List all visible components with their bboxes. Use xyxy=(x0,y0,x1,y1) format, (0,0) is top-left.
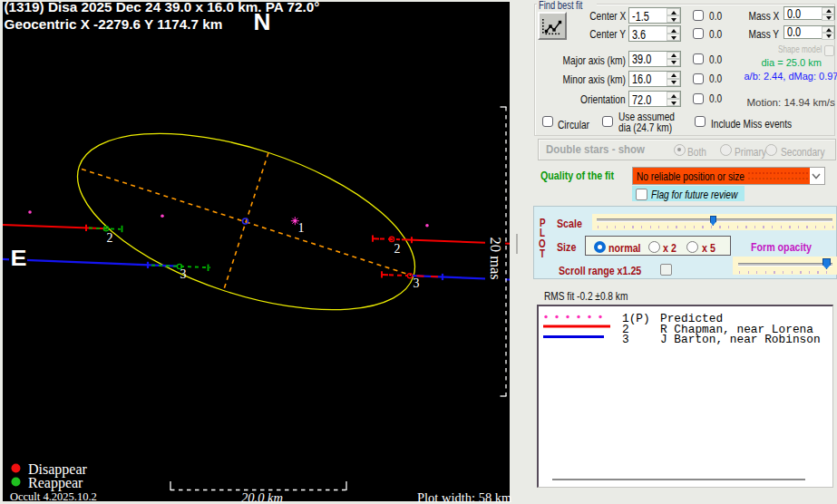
svg-text:2: 2 xyxy=(107,231,113,245)
svg-text:1: 1 xyxy=(298,221,305,235)
svg-text:Plot width: 58 km: Plot width: 58 km xyxy=(417,490,512,504)
svg-text:3: 3 xyxy=(180,267,187,281)
svg-text:E: E xyxy=(11,247,27,270)
svg-text:20.0 km: 20.0 km xyxy=(241,490,283,504)
svg-text:Geocentric X -2279.6 Y 1174: Geocentric X -2279.6 Y 1174.7 km xyxy=(5,16,223,32)
svg-text:Occult 4.2025.10.2: Occult 4.2025.10.2 xyxy=(10,490,97,503)
svg-text:20 mas: 20 mas xyxy=(487,237,504,280)
svg-text:2: 2 xyxy=(394,242,401,256)
svg-text:(1319) Disa 2025 Dec 24 39.: (1319) Disa 2025 Dec 24 39.0 x 16.0 km. … xyxy=(5,0,320,15)
svg-text:Reappear: Reappear xyxy=(28,475,83,491)
svg-text:3: 3 xyxy=(414,276,420,290)
svg-text:N: N xyxy=(254,9,271,34)
